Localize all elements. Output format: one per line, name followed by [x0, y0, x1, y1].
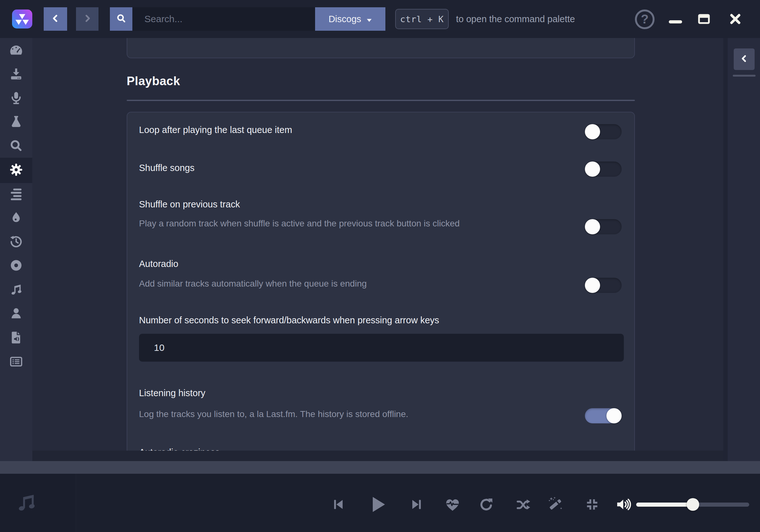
- chevron-left-icon: [739, 54, 749, 65]
- search-input[interactable]: [132, 7, 315, 31]
- disc-icon: [9, 258, 24, 274]
- play-button[interactable]: [367, 494, 388, 515]
- settings-scroll-viewport[interactable]: Playback Loop after playing the last que…: [32, 38, 723, 451]
- card-list-icon: [9, 354, 24, 370]
- loop-toggle[interactable]: [585, 124, 622, 139]
- download-icon: [9, 67, 24, 83]
- album-art-placeholder: [0, 474, 76, 532]
- search-icon: [9, 138, 24, 154]
- sidebar-item-downloads[interactable]: [0, 63, 32, 87]
- provider-label: Discogs: [328, 14, 361, 24]
- app-window: Discogs ctrl + K to open the command pal…: [0, 0, 760, 532]
- shuffle-previous-toggle[interactable]: [585, 219, 622, 234]
- setting-title: Autoradio: [139, 259, 178, 269]
- back-button[interactable]: [44, 7, 67, 31]
- shortcut-hint: to open the command palette: [456, 0, 575, 38]
- toggle-knob: [606, 408, 622, 423]
- next-track-button[interactable]: [410, 497, 424, 512]
- collapse-panel-button[interactable]: [734, 48, 755, 70]
- compress-icon[interactable]: [585, 497, 599, 512]
- search-button[interactable]: [110, 7, 132, 31]
- heading-divider: [127, 100, 635, 101]
- chevron-left-icon: [50, 13, 61, 25]
- search-icon: [116, 13, 127, 25]
- previous-section-card: [127, 38, 635, 58]
- shuffle-songs-toggle[interactable]: [585, 162, 622, 177]
- setting-title: Loop after playing the last queue item: [139, 125, 292, 135]
- right-panel: [728, 38, 760, 461]
- volume-slider-fill: [636, 503, 693, 507]
- player-top-strip: [0, 461, 760, 474]
- panel-divider: [733, 75, 756, 76]
- repeat-icon[interactable]: [479, 497, 494, 512]
- volume-slider-knob[interactable]: [687, 498, 699, 511]
- setting-title: Number of seconds to seek forward/backwa…: [139, 315, 439, 325]
- sidebar-item-songs[interactable]: [0, 278, 32, 302]
- sidebar-item-audio-files[interactable]: [0, 326, 32, 350]
- setting-title: Listening history: [139, 388, 206, 398]
- gauge-icon: [9, 43, 24, 59]
- droplet-icon: [9, 211, 24, 226]
- toggle-knob: [585, 278, 600, 293]
- topbar: Discogs ctrl + K to open the command pal…: [0, 0, 760, 38]
- setting-subtitle: Play a random track when shuffle is acti…: [139, 218, 460, 229]
- autoradio-toggle[interactable]: [585, 278, 622, 293]
- setting-title: Shuffle songs: [139, 163, 194, 173]
- previous-track-button[interactable]: [331, 497, 345, 512]
- setting-title: Shuffle on previous track: [139, 199, 240, 210]
- app-logo-icon: [12, 10, 32, 28]
- magic-wand-icon[interactable]: [547, 496, 564, 513]
- svg-text:?: ?: [641, 12, 648, 26]
- sidebar: [0, 38, 32, 461]
- sidebar-item-playlists[interactable]: [0, 350, 32, 374]
- sidebar-item-themes[interactable]: [0, 207, 32, 230]
- maximize-icon[interactable]: [697, 12, 711, 26]
- caret-down-icon: [366, 14, 372, 24]
- page-title: Playback: [127, 73, 635, 89]
- setting-subtitle: Add similar tracks automatically when th…: [139, 279, 367, 289]
- sidebar-item-dashboard[interactable]: [0, 39, 32, 63]
- history-icon: [9, 234, 24, 250]
- sidebar-item-queue[interactable]: [0, 182, 32, 207]
- volume-slider-track[interactable]: [636, 503, 749, 507]
- forward-button[interactable]: [76, 7, 99, 31]
- sidebar-item-settings[interactable]: [0, 158, 32, 183]
- seek-seconds-input[interactable]: [139, 334, 624, 362]
- settings-page: Playback Loop after playing the last que…: [32, 38, 723, 461]
- music-note-icon: [9, 282, 24, 298]
- microphone-icon: [9, 91, 24, 106]
- chevron-right-icon: [82, 13, 92, 25]
- close-icon[interactable]: [728, 12, 742, 26]
- toggle-knob: [585, 162, 600, 177]
- sidebar-item-search[interactable]: [0, 134, 32, 158]
- audio-file-icon: [9, 330, 24, 346]
- player-bar: [0, 474, 760, 532]
- setting-title: Autoradio craziness: [139, 447, 220, 451]
- sidebar-item-history[interactable]: [0, 230, 32, 254]
- toggle-knob: [585, 219, 600, 234]
- search-provider-dropdown[interactable]: Discogs: [315, 7, 385, 31]
- sidebar-item-lyrics[interactable]: [0, 86, 32, 111]
- queue-icon: [9, 186, 24, 202]
- sidebar-item-artists[interactable]: [0, 302, 32, 326]
- content-scrollbar-gutter[interactable]: [723, 38, 728, 461]
- setting-subtitle: Log the tracks you listen to, a la Last.…: [139, 409, 408, 419]
- minimize-icon[interactable]: [669, 20, 682, 24]
- gear-icon: [9, 163, 24, 178]
- sidebar-item-extensions[interactable]: [0, 111, 32, 135]
- listening-history-toggle[interactable]: [585, 408, 622, 423]
- shuffle-icon[interactable]: [515, 497, 531, 512]
- volume-icon[interactable]: [615, 496, 632, 513]
- heart-pulse-icon[interactable]: [444, 496, 461, 513]
- help-button[interactable]: ?: [634, 8, 656, 30]
- person-icon: [9, 306, 24, 322]
- question-circle-icon: ?: [634, 26, 656, 31]
- playback-settings-card: Loop after playing the last queue item S…: [127, 112, 635, 451]
- shortcut-badge: ctrl + K: [395, 9, 449, 29]
- sidebar-item-albums[interactable]: [0, 254, 32, 278]
- flask-icon: [9, 115, 24, 130]
- toggle-knob: [585, 124, 600, 139]
